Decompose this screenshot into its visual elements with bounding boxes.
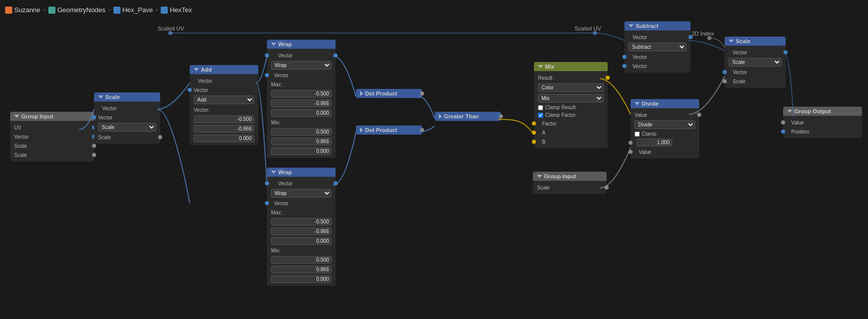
wrap1-max-1[interactable]: -0.500 [271, 90, 332, 98]
node-group-input-1[interactable]: Group Input UV Vector Scale Scale [10, 112, 94, 162]
node-scale[interactable]: Scale Vector Vector Scale Scale [94, 92, 160, 144]
socket-scale2-scale-in[interactable] [723, 79, 727, 83]
collapse-icon[interactable] [360, 127, 363, 133]
node-wrap-1-header[interactable]: Wrap [267, 40, 336, 49]
node-mix-header[interactable]: Mix [534, 62, 608, 71]
wrap2-mode-select[interactable]: Wrap [271, 189, 332, 198]
node-add[interactable]: Add Vector Vector Add Vector: -0.500 [190, 65, 258, 145]
socket-scale2-out[interactable] [784, 50, 788, 54]
socket-divide-val2-in[interactable] [628, 150, 633, 154]
node-divide[interactable]: Divide Value Divide Clamp 1.000 [631, 99, 699, 158]
node-add-header[interactable]: Add [190, 65, 258, 74]
breadcrumb-suzanne[interactable]: Suzanne [5, 6, 40, 14]
wrap1-max-3[interactable]: 0.000 [271, 109, 332, 117]
socket-scale1-out[interactable] [92, 144, 96, 148]
socket-wrap1-out[interactable] [334, 53, 338, 57]
wrap1-max-2[interactable]: -0.866 [271, 100, 332, 107]
collapse-icon[interactable] [271, 43, 276, 46]
node-divide-header[interactable]: Divide [631, 99, 699, 108]
socket-mix-factor-in[interactable] [532, 121, 536, 125]
clamp-factor-checkbox[interactable] [538, 113, 543, 118]
node-mix[interactable]: Mix Result Color Mix Clamp Result [534, 62, 608, 148]
socket-wrap2-out[interactable] [334, 181, 338, 185]
collapse-icon[interactable] [98, 95, 103, 99]
node-wrap-2[interactable]: Wrap Vector Wrap Vector Max: -0.500 [267, 168, 336, 286]
collapse-icon[interactable] [538, 65, 543, 68]
socket-scale2-out[interactable] [92, 153, 96, 157]
socket-mix-b-in[interactable] [532, 140, 536, 144]
wrap2-max-1[interactable]: -0.500 [271, 218, 332, 226]
wrap1-min-3[interactable]: 0.000 [271, 147, 332, 155]
socket-gi2-scale-out[interactable] [605, 185, 609, 189]
socket-go-position-in[interactable] [781, 130, 785, 134]
node-dot-product-1[interactable]: Dot Product [356, 89, 422, 98]
socket-wrap2-vec-in[interactable] [265, 201, 269, 205]
socket-wrap2-in[interactable] [265, 181, 269, 185]
divide-clamp-checkbox[interactable] [635, 132, 640, 137]
socket-wrap1-in[interactable] [265, 53, 269, 57]
node-group-input-2[interactable]: Group Input Scale [533, 172, 607, 194]
node-scale-header[interactable]: Scale [94, 92, 160, 102]
node-wrap-1[interactable]: Wrap Vector Wrap Vector Max: -0.500 [267, 40, 336, 158]
mix-mode-select[interactable]: Mix [538, 94, 604, 103]
node-greater-than[interactable]: Greater Than [435, 112, 501, 121]
socket-gt-out[interactable] [499, 114, 503, 118]
socket-add-vector-in[interactable] [188, 88, 192, 92]
scale2-mode-select[interactable]: Scale [729, 58, 782, 67]
node-editor-canvas[interactable]: Suzanne › GeometryNodes › Hex_Pave › Hex… [0, 0, 868, 319]
node-greater-than-header[interactable]: Greater Than [435, 112, 501, 121]
socket-dp1-out[interactable] [420, 91, 424, 95]
divide-mode-select[interactable]: Divide [635, 120, 695, 129]
node-group-output-header[interactable]: Group Output [783, 107, 862, 116]
node-group-input-2-header[interactable]: Group Input [533, 172, 607, 181]
wrap2-min-1[interactable]: 0.500 [271, 256, 332, 264]
socket-subtract-v2-in[interactable] [622, 64, 626, 68]
divide-value-input[interactable]: 1.000 [637, 139, 672, 146]
collapse-icon[interactable] [729, 40, 734, 43]
breadcrumb-geometrynodes[interactable]: GeometryNodes [48, 6, 106, 14]
socket-subtract-v1-in[interactable] [622, 55, 626, 59]
node-wrap-2-header[interactable]: Wrap [267, 168, 336, 177]
mix-color-select[interactable]: Color [538, 83, 604, 92]
node-scale-2-header[interactable]: Scale [725, 37, 786, 46]
wrap2-max-3[interactable]: 0.000 [271, 237, 332, 245]
socket-dp2-out[interactable] [420, 128, 424, 132]
collapse-icon[interactable] [537, 175, 542, 178]
add-value-1[interactable]: -0.500 [194, 115, 254, 123]
collapse-icon[interactable] [439, 114, 442, 119]
node-dot-product-1-header[interactable]: Dot Product [356, 89, 422, 98]
wrap2-max-2[interactable]: -0.866 [271, 228, 332, 235]
collapse-icon[interactable] [271, 171, 276, 174]
node-group-output[interactable]: Group Output Value Position [783, 107, 862, 138]
node-group-input-1-header[interactable]: Group Input [10, 112, 94, 121]
socket-vector-in[interactable] [92, 115, 96, 119]
node-dot-product-2-header[interactable]: Dot Product [356, 125, 422, 135]
node-dot-product-2[interactable]: Dot Product [356, 125, 422, 135]
wrap1-min-2[interactable]: 0.866 [271, 138, 332, 145]
wrap2-min-3[interactable]: 0.000 [271, 275, 332, 283]
socket-mix-result-out[interactable] [606, 76, 610, 80]
socket-go-value-in[interactable] [781, 120, 785, 124]
socket-subtract-out[interactable] [689, 35, 693, 39]
collapse-icon[interactable] [14, 115, 19, 118]
node-subtract-header[interactable]: Subtract [624, 21, 691, 30]
socket-wrap1-vec-in[interactable] [265, 73, 269, 77]
node-scale-2[interactable]: Scale Vector Scale Vector Scale [725, 37, 786, 88]
add-value-3[interactable]: 0.000 [194, 135, 254, 142]
socket-scale-out[interactable] [158, 135, 162, 139]
collapse-icon[interactable] [194, 68, 199, 71]
clamp-result-checkbox[interactable] [538, 105, 543, 110]
socket-scale2-vec-in[interactable] [723, 70, 727, 74]
add-value-2[interactable]: -0.866 [194, 125, 254, 133]
collapse-icon[interactable] [360, 91, 363, 96]
add-mode-select[interactable]: Add [194, 95, 254, 104]
subtract-mode-select[interactable]: Subtract [628, 43, 686, 51]
socket-divide-out[interactable] [697, 113, 701, 117]
breadcrumb-hexpave[interactable]: Hex_Pave [113, 6, 153, 14]
wrap1-mode-select[interactable]: Wrap [271, 61, 332, 70]
wrap2-min-2[interactable]: 0.866 [271, 266, 332, 273]
collapse-icon[interactable] [628, 24, 634, 27]
node-subtract[interactable]: Subtract Vector Subtract Vector Vector [624, 21, 691, 73]
socket-divide-val-in[interactable] [628, 141, 633, 145]
scale-mode-select[interactable]: Scale [98, 123, 156, 132]
